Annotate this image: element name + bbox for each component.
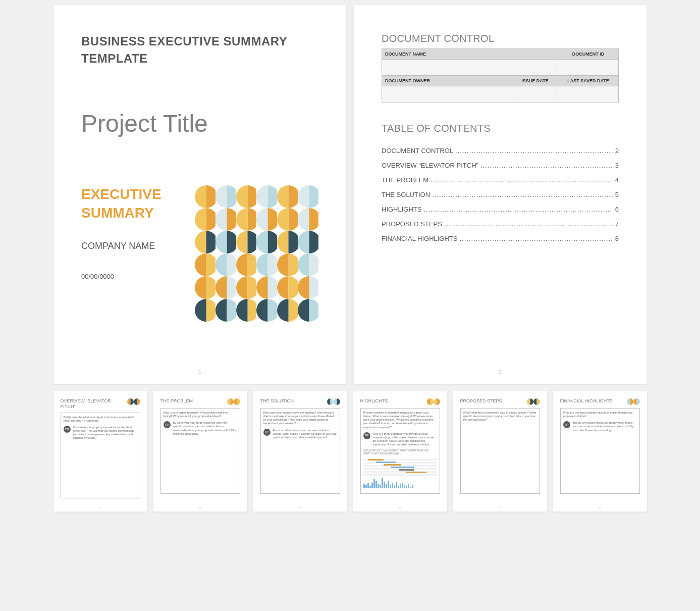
thumb-question: Provide research and market analysis to … bbox=[363, 411, 437, 429]
th-last-saved: LAST SAVED DATE bbox=[558, 76, 619, 86]
thumb-question: Briefly describe what your report or bus… bbox=[64, 416, 137, 423]
toc-page: 3 bbox=[615, 162, 619, 169]
toc-page: 6 bbox=[615, 206, 619, 213]
toc-dots: ........................................… bbox=[455, 147, 613, 155]
thumb-body: What's required to implement your busine… bbox=[460, 408, 540, 494]
page-number: 1 bbox=[198, 369, 201, 375]
toc-row: THE SOLUTION ...........................… bbox=[382, 191, 619, 198]
thumb-pattern-icon bbox=[227, 398, 240, 405]
toc-label: FINANCIAL HIGHLIGHTS bbox=[382, 235, 457, 242]
page-1: BUSINESS EXECUTIVE SUMMARY TEMPLATE Proj… bbox=[53, 5, 346, 384]
page1-lower-row: EXECUTIVE SUMMARY COMPANY NAME 00/00/000… bbox=[81, 185, 318, 322]
td-doc-owner bbox=[382, 86, 512, 103]
td-doc-id bbox=[558, 60, 619, 76]
tip-text: This is a great opportunity to provide a… bbox=[373, 432, 437, 447]
template-title: BUSINESS EXECUTIVE SUMMARY TEMPLATE bbox=[81, 33, 318, 67]
toc-row: PROPOSED STEPS .........................… bbox=[382, 220, 619, 228]
thumb-pattern-icon bbox=[427, 398, 440, 405]
toc-dots: ........................................… bbox=[423, 206, 613, 213]
tip-badge-icon: TIP bbox=[263, 429, 271, 436]
executive-summary-heading: EXECUTIVE SUMMARY bbox=[81, 185, 182, 222]
toc-row: HIGHLIGHTS .............................… bbox=[382, 206, 619, 213]
thumbnail-page: THE SOLUTION How does your solution solv… bbox=[253, 391, 347, 512]
page-number: 2 bbox=[499, 369, 502, 375]
toc-dots: ........................................… bbox=[459, 235, 613, 242]
thumb-title: THE PROBLEM bbox=[160, 398, 193, 404]
thumb-title: FINANCIAL HIGHLIGHTS bbox=[560, 398, 613, 404]
toc-dots: ........................................… bbox=[480, 162, 613, 169]
toc-dots: ........................................… bbox=[444, 220, 613, 228]
thumb-pattern-icon bbox=[627, 398, 640, 405]
th-doc-name: DOCUMENT NAME bbox=[382, 49, 558, 60]
td-doc-name bbox=[382, 60, 558, 76]
thumb-pattern-icon bbox=[527, 398, 540, 405]
thumbnail-strip: OVERVIEW “ELEVATOR PITCH” Briefly descri… bbox=[5, 391, 695, 512]
th-doc-owner: DOCUMENT OWNER bbox=[382, 76, 512, 86]
toc-label: OVERVIEW “ELEVATOR PITCH” bbox=[382, 162, 478, 169]
page1-left-col: EXECUTIVE SUMMARY COMPANY NAME 00/00/000… bbox=[81, 185, 182, 322]
toc-dots: ........................................… bbox=[430, 176, 613, 184]
page-number: 4 bbox=[199, 506, 201, 509]
thumb-title: HIGHLIGHTS bbox=[360, 398, 388, 404]
td-issue-date bbox=[512, 86, 558, 103]
toc-row: FINANCIAL HIGHLIGHTS ...................… bbox=[382, 235, 619, 242]
thumb-title: PROPOSED STEPS bbox=[460, 398, 502, 404]
toc-label: DOCUMENT CONTROL bbox=[382, 147, 453, 155]
date-placeholder: 00/00/0000 bbox=[81, 273, 182, 280]
thumb-pattern-icon bbox=[127, 398, 140, 405]
thumbnail-page: FINANCIAL HIGHLIGHTS What are the ideal … bbox=[553, 391, 647, 512]
toc-label: THE SOLUTION bbox=[382, 191, 430, 198]
tip-text: By identifying your target audience and … bbox=[173, 421, 237, 436]
thumbnail-page: PROPOSED STEPS What's required to implem… bbox=[453, 391, 547, 512]
page-number: 3 bbox=[99, 506, 101, 509]
thumbnail-page: HIGHLIGHTS Provide research and market a… bbox=[353, 391, 447, 512]
toc-list: DOCUMENT CONTROL........................… bbox=[382, 147, 619, 242]
tip-badge-icon: TIP bbox=[363, 432, 370, 439]
tip-badge-icon: TIP bbox=[563, 421, 570, 428]
thumb-body: Provide research and market analysis to … bbox=[360, 408, 440, 494]
toc-label: THE PROBLEM bbox=[382, 176, 428, 184]
thumb-question: How does your solution solve the problem… bbox=[263, 411, 337, 426]
toc-row: DOCUMENT CONTROL........................… bbox=[382, 147, 619, 155]
toc-page: 8 bbox=[615, 235, 619, 242]
document-control-heading: DOCUMENT CONTROL bbox=[382, 33, 619, 44]
page-number: 5 bbox=[299, 506, 301, 509]
thumb-body: What are the ideal business results of i… bbox=[560, 408, 640, 494]
thumb-body: Who is your target audience? What proble… bbox=[160, 408, 240, 494]
th-issue-date: ISSUE DATE bbox=[512, 76, 558, 86]
page-number: 6 bbox=[399, 506, 401, 509]
th-doc-id: DOCUMENT ID bbox=[558, 49, 619, 60]
main-pages-row: BUSINESS EXECUTIVE SUMMARY TEMPLATE Proj… bbox=[5, 5, 695, 384]
toc-dots: ........................................… bbox=[432, 191, 613, 198]
thumb-question: What's required to implement your busine… bbox=[463, 411, 537, 422]
company-name: COMPANY NAME bbox=[81, 240, 182, 252]
td-last-saved bbox=[558, 86, 619, 103]
toc-page: 5 bbox=[615, 191, 619, 198]
toc-label: HIGHLIGHTS bbox=[382, 206, 421, 213]
tip-text: Focus on what makes your proposed soluti… bbox=[273, 429, 337, 439]
thumb-body: Briefly describe what your report or bus… bbox=[61, 413, 140, 498]
project-title: Project Title bbox=[81, 110, 318, 137]
thumb-body: How does your solution solve the problem… bbox=[260, 408, 340, 494]
toc-row: THE PROBLEM ............................… bbox=[382, 176, 619, 184]
thumb-question: What are the ideal business results of i… bbox=[563, 411, 637, 418]
tip-badge-icon: TIP bbox=[164, 421, 171, 428]
tip-text: Condense your project proposal into a fe… bbox=[73, 426, 137, 440]
page-number: 8 bbox=[599, 506, 601, 509]
thumb-question: Who is your target audience? What proble… bbox=[164, 411, 237, 418]
decorative-pattern-icon bbox=[195, 185, 318, 322]
toc-page: 4 bbox=[615, 176, 619, 184]
toc-page: 2 bbox=[615, 147, 619, 155]
toc-label: PROPOSED STEPS bbox=[382, 220, 442, 228]
tip-badge-icon: TIP bbox=[64, 426, 71, 433]
thumbnail-page: OVERVIEW “ELEVATOR PITCH” Briefly descri… bbox=[53, 391, 147, 512]
thumbnail-page: THE PROBLEM Who is your target audience?… bbox=[153, 391, 247, 512]
toc-heading: TABLE OF CONTENTS bbox=[382, 123, 619, 134]
page-2: DOCUMENT CONTROL DOCUMENT NAME DOCUMENT … bbox=[354, 5, 647, 384]
toc-row: OVERVIEW “ELEVATOR PITCH” ..............… bbox=[382, 162, 619, 169]
document-control-table: DOCUMENT NAME DOCUMENT ID DOCUMENT OWNER… bbox=[382, 48, 619, 103]
thumb-pattern-icon bbox=[327, 398, 340, 405]
page-number: 7 bbox=[499, 506, 501, 509]
thumb-title: THE SOLUTION bbox=[260, 398, 294, 404]
toc-page: 7 bbox=[615, 220, 619, 228]
